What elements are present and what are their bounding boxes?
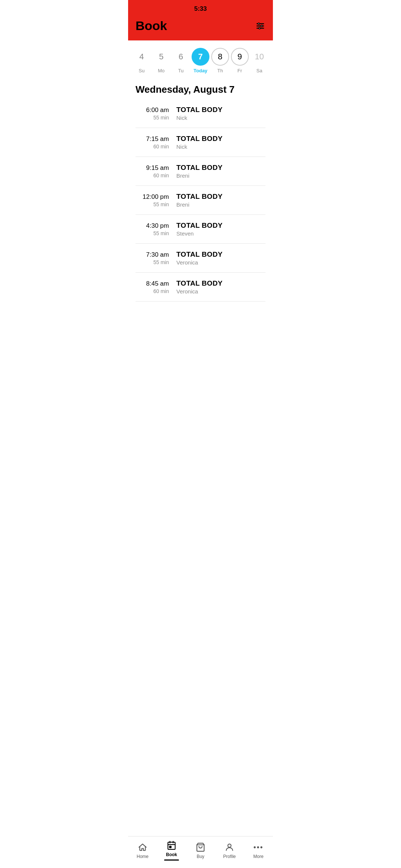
calendar-day-4[interactable]: 4Su bbox=[133, 48, 150, 73]
cal-day-number: 10 bbox=[250, 48, 268, 66]
class-info: TOTAL BODY Veronica bbox=[176, 250, 265, 266]
calendar-day-5[interactable]: 5Mo bbox=[152, 48, 170, 73]
class-time-duration: 60 min bbox=[136, 144, 169, 149]
class-time-duration: 55 min bbox=[136, 230, 169, 236]
class-name: TOTAL BODY bbox=[176, 193, 265, 201]
calendar-day-8[interactable]: 8Th bbox=[211, 48, 229, 73]
status-time: 5:33 bbox=[194, 5, 207, 12]
class-instructor: Veronica bbox=[176, 259, 265, 266]
page-title: Book bbox=[136, 19, 167, 33]
cal-day-label: Th bbox=[217, 68, 223, 73]
class-list-item[interactable]: 4:30 pm 55 min TOTAL BODY Steven bbox=[136, 215, 265, 244]
header: Book bbox=[128, 16, 273, 40]
class-info: TOTAL BODY Nick bbox=[176, 106, 265, 121]
class-name: TOTAL BODY bbox=[176, 221, 265, 230]
cal-day-label: Su bbox=[138, 68, 144, 73]
class-time-duration: 55 min bbox=[136, 259, 169, 265]
cal-day-label: Tu bbox=[178, 68, 184, 73]
class-time-duration: 55 min bbox=[136, 115, 169, 121]
class-instructor: Steven bbox=[176, 230, 265, 237]
class-info: TOTAL BODY Veronica bbox=[176, 279, 265, 295]
class-time: 7:15 am 60 min bbox=[136, 135, 176, 149]
class-time-duration: 55 min bbox=[136, 201, 169, 207]
cal-day-number: 6 bbox=[172, 48, 190, 66]
class-time-main: 12:00 pm bbox=[136, 193, 169, 201]
class-time-main: 9:15 am bbox=[136, 164, 169, 172]
class-name: TOTAL BODY bbox=[176, 106, 265, 114]
class-info: TOTAL BODY Nick bbox=[176, 135, 265, 150]
class-instructor: Nick bbox=[176, 144, 265, 150]
class-info: TOTAL BODY Breni bbox=[176, 193, 265, 208]
cal-day-number: 7 bbox=[192, 48, 209, 66]
class-time-duration: 60 min bbox=[136, 288, 169, 294]
class-list-item[interactable]: 8:45 am 60 min TOTAL BODY Veronica bbox=[136, 273, 265, 302]
class-time: 6:00 am 55 min bbox=[136, 106, 176, 121]
class-info: TOTAL BODY Breni bbox=[176, 164, 265, 179]
class-time-main: 4:30 pm bbox=[136, 222, 169, 230]
cal-day-number: 8 bbox=[211, 48, 229, 66]
class-instructor: Breni bbox=[176, 172, 265, 179]
class-time-duration: 60 min bbox=[136, 172, 169, 178]
class-info: TOTAL BODY Steven bbox=[176, 221, 265, 237]
class-instructor: Veronica bbox=[176, 288, 265, 295]
class-time: 4:30 pm 55 min bbox=[136, 222, 176, 236]
cal-day-label: Sa bbox=[257, 68, 263, 73]
cal-day-number: 5 bbox=[152, 48, 170, 66]
class-list-item[interactable]: 7:15 am 60 min TOTAL BODY Nick bbox=[136, 128, 265, 157]
cal-day-number: 9 bbox=[231, 48, 249, 66]
class-list-item[interactable]: 12:00 pm 55 min TOTAL BODY Breni bbox=[136, 186, 265, 215]
class-list-item[interactable]: 6:00 am 55 min TOTAL BODY Nick bbox=[136, 99, 265, 128]
class-time: 12:00 pm 55 min bbox=[136, 193, 176, 207]
class-name: TOTAL BODY bbox=[176, 135, 265, 143]
cal-day-label: Today bbox=[193, 68, 207, 73]
svg-point-3 bbox=[258, 23, 260, 24]
class-time-main: 8:45 am bbox=[136, 280, 169, 287]
class-list: 6:00 am 55 min TOTAL BODY Nick 7:15 am 6… bbox=[128, 99, 273, 302]
class-time: 7:30 am 55 min bbox=[136, 251, 176, 265]
class-instructor: Nick bbox=[176, 115, 265, 121]
status-bar: 5:33 bbox=[128, 0, 273, 16]
calendar-day-9[interactable]: 9Fr bbox=[231, 48, 249, 73]
class-list-item[interactable]: 7:30 am 55 min TOTAL BODY Veronica bbox=[136, 244, 265, 273]
class-time-main: 7:30 am bbox=[136, 251, 169, 259]
calendar-day-10[interactable]: 10Sa bbox=[250, 48, 268, 73]
class-name: TOTAL BODY bbox=[176, 164, 265, 172]
class-time-main: 7:15 am bbox=[136, 135, 169, 143]
filter-button[interactable] bbox=[255, 22, 265, 30]
class-time: 8:45 am 60 min bbox=[136, 280, 176, 294]
calendar-day-7[interactable]: 7Today bbox=[192, 48, 209, 73]
cal-day-label: Mo bbox=[158, 68, 164, 73]
date-heading: Wednesday, August 7 bbox=[128, 77, 273, 99]
calendar-day-6[interactable]: 6Tu bbox=[172, 48, 190, 73]
svg-point-5 bbox=[259, 27, 260, 29]
class-name: TOTAL BODY bbox=[176, 279, 265, 287]
class-time: 9:15 am 60 min bbox=[136, 164, 176, 178]
cal-day-number: 4 bbox=[133, 48, 150, 66]
class-list-item[interactable]: 9:15 am 60 min TOTAL BODY Breni bbox=[136, 157, 265, 186]
class-instructor: Breni bbox=[176, 201, 265, 208]
class-name: TOTAL BODY bbox=[176, 250, 265, 259]
svg-point-4 bbox=[261, 25, 263, 27]
content-area: Wednesday, August 7 6:00 am 55 min TOTAL… bbox=[128, 77, 273, 331]
class-time-main: 6:00 am bbox=[136, 106, 169, 114]
calendar-strip: 4Su5Mo6Tu7Today8Th9Fr10Sa bbox=[128, 40, 273, 77]
cal-day-label: Fr bbox=[238, 68, 242, 73]
